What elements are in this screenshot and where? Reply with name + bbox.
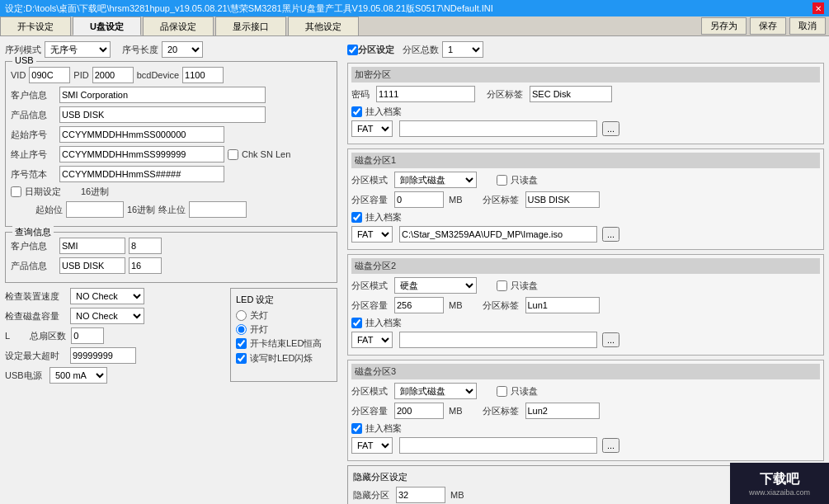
partition-enable-checkbox[interactable] (347, 45, 358, 55)
end-sn-input[interactable]: CCYYMMDDHHmmSS999999 (59, 146, 224, 163)
led-off-label: 关灯 (250, 309, 268, 322)
save-as-button[interactable]: 另存为 (701, 17, 747, 35)
serial-mode-label: 序列模式 (5, 44, 41, 56)
disk1-mode-select[interactable]: 卸除式磁盘 (394, 172, 477, 188)
watermark-logo: 下载吧 (760, 471, 799, 488)
fan-input[interactable]: 0 (71, 327, 104, 344)
disk2-embed-checkbox[interactable] (351, 318, 362, 328)
tab-other[interactable]: 其他设定 (288, 16, 359, 35)
disk2-readonly-checkbox[interactable] (497, 280, 507, 291)
query-product-input[interactable]: USB DISK (59, 257, 125, 274)
serial-length-label: 序号长度 (122, 44, 158, 56)
disk2-header: 磁盘分区2 (351, 258, 820, 274)
disk3-mode-select[interactable]: 卸除式磁盘 (394, 383, 477, 399)
hidden-mb-label: MB (450, 490, 464, 500)
end-sn-label: 终止序号 (11, 148, 56, 161)
disk3-mb-label: MB (449, 406, 463, 416)
disk2-capacity-input[interactable]: 256 (394, 297, 444, 313)
disk1-embed-row: 挂入档案 (351, 211, 820, 224)
disk3-capacity-label: 分区容量 (351, 405, 388, 417)
end-pos-input[interactable] (189, 201, 247, 218)
disk3-file-input[interactable] (399, 437, 597, 454)
customer-row: 客户信息 SMI Corporation (11, 87, 332, 103)
chk-sn-len-checkbox[interactable] (228, 149, 238, 160)
disk3-capacity-input[interactable]: 200 (394, 403, 444, 419)
disk2-fs-select[interactable]: FAT (351, 332, 393, 348)
power-select[interactable]: 500 mA (49, 367, 107, 384)
start-pos-input[interactable] (66, 201, 124, 218)
max-input[interactable]: 99999999 (70, 347, 136, 364)
encrypt-file-input[interactable] (399, 120, 597, 137)
query-product-label: 产品信息 (11, 260, 56, 272)
usb-group-title: USB (12, 55, 36, 65)
disk3-fs-select[interactable]: FAT (351, 437, 393, 454)
led-off-radio[interactable] (236, 310, 247, 321)
led-constant-checkbox[interactable] (236, 338, 247, 349)
disk2-mb-label: MB (449, 300, 463, 310)
disk1-tag-label: 分区标签 (483, 194, 519, 206)
save-button[interactable]: 保存 (750, 17, 786, 35)
partition-header: 分区设定 分区总数 1 (347, 41, 824, 58)
disk3-embed-checkbox[interactable] (351, 423, 362, 434)
led-flash-checkbox[interactable] (236, 353, 247, 364)
query-customer-num[interactable]: 8 (129, 238, 162, 254)
encrypt-embed-label: 挂入档案 (365, 106, 402, 118)
disk1-browse-button[interactable]: ... (602, 227, 619, 242)
disk1-embed-checkbox[interactable] (351, 212, 362, 223)
bcd-input[interactable]: 1100 (182, 67, 224, 83)
power-label: USB电源 (5, 370, 46, 382)
encrypt-fs-select[interactable]: FAT (351, 120, 393, 137)
led-on-radio[interactable] (236, 324, 247, 335)
disk1-readonly-checkbox[interactable] (497, 175, 507, 186)
disk1-capacity-input[interactable]: 0 (394, 191, 444, 208)
check-disk-label: 检查磁盘容量 (5, 310, 67, 323)
max-row: 设定最大超时 99999999 (5, 347, 225, 364)
date-label: 日期设定 (25, 186, 61, 198)
disk2-mode-select[interactable]: 硬盘 (394, 277, 477, 294)
query-title: 查询信息 (12, 226, 54, 238)
hidden-capacity-input[interactable]: 32 (396, 487, 445, 503)
disk1-tag-input[interactable]: USB DISK (525, 191, 600, 208)
sn-template-label: 序号范本 (11, 168, 56, 181)
tab-card-setting[interactable]: 开卡设定 (0, 16, 71, 35)
close-button[interactable]: ✕ (813, 2, 824, 14)
encrypt-header: 加密分区 (351, 67, 820, 82)
cancel-button[interactable]: 取消 (789, 17, 826, 35)
disk2-file-input[interactable] (399, 332, 597, 348)
check-speed-select[interactable]: NO Check (70, 288, 144, 304)
pid-input[interactable]: 2000 (92, 67, 134, 83)
disk1-file-input[interactable]: C:\Star_SM3259AA\UFD_MP\Image.iso (399, 226, 597, 243)
tab-display[interactable]: 显示接口 (215, 16, 286, 35)
encrypt-pwd-label: 密码 (351, 88, 370, 101)
tab-quality-setting[interactable]: 品保设定 (143, 16, 214, 35)
sn-template-input[interactable]: CCYYMMDDHHmmSS##### (59, 166, 224, 182)
encrypt-embed-checkbox[interactable] (351, 106, 362, 117)
customer-input[interactable]: SMI Corporation (59, 87, 266, 103)
disk1-capacity-label: 分区容量 (351, 194, 388, 206)
disk2-browse-button[interactable]: ... (602, 332, 619, 347)
tab-udisk-setting[interactable]: U盘设定 (73, 16, 141, 35)
disk1-header: 磁盘分区1 (351, 153, 820, 168)
partition-count-select[interactable]: 1 (442, 41, 483, 58)
disk3-tag-input[interactable]: Lun2 (525, 403, 600, 419)
product-input[interactable]: USB DISK (59, 106, 266, 123)
disk1-fs-select[interactable]: FAT (351, 226, 393, 243)
date-checkbox[interactable] (11, 186, 21, 197)
encrypt-browse-button[interactable]: ... (602, 121, 619, 136)
fan-row: L 总扇区数 0 (5, 327, 225, 344)
disk3-readonly-checkbox[interactable] (497, 386, 507, 397)
disk3-browse-button[interactable]: ... (602, 438, 619, 453)
disk2-tag-input[interactable]: Lun1 (525, 297, 600, 313)
menu-tabs: 开卡设定 U盘设定 品保设定 显示接口 其他设定 另存为 保存 取消 (0, 16, 829, 36)
start-sn-input[interactable]: CCYYMMDDHHmmSS000000 (59, 126, 224, 143)
query-customer-input[interactable]: SMI (59, 238, 125, 254)
check-disk-select[interactable]: NO Check (70, 308, 144, 324)
encrypt-tag-input[interactable]: SEC Disk (530, 86, 612, 102)
vid-input[interactable]: 090C (29, 67, 70, 83)
query-product-num[interactable]: 16 (129, 257, 162, 274)
serial-mode-select[interactable]: 无序号 (45, 41, 111, 58)
pid-label: PID (73, 70, 88, 80)
encrypt-pwd-input[interactable]: 1111 (376, 86, 475, 102)
hidden-capacity-label: 隐藏分区 (353, 489, 389, 502)
serial-length-select[interactable]: 20 (162, 41, 203, 58)
